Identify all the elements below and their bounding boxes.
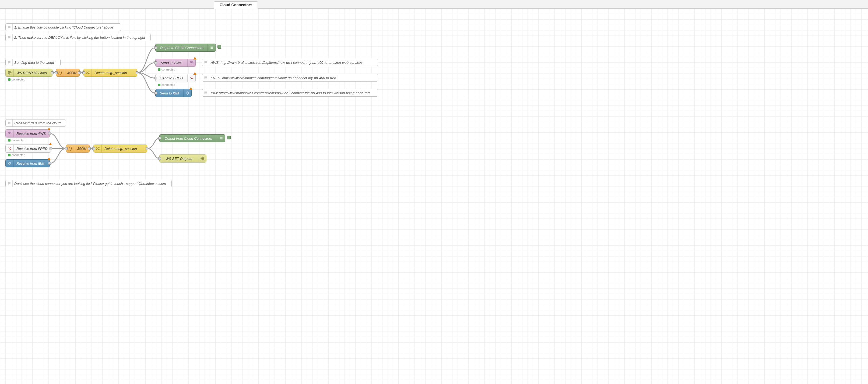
error-icon bbox=[193, 72, 196, 75]
node-ws-set-outputs[interactable]: WS SET Outputs bbox=[159, 155, 207, 163]
node-send-to-aws[interactable]: Send To AWS bbox=[155, 59, 196, 67]
input-port[interactable] bbox=[158, 157, 161, 160]
link-badge bbox=[227, 136, 231, 139]
input-port[interactable] bbox=[55, 71, 58, 74]
comment-node[interactable]: AWS: http://www.brainboxes.com/faq/items… bbox=[202, 59, 378, 66]
comment-text: Don't see the cloud connector you are lo… bbox=[13, 182, 169, 186]
node-link-in[interactable]: Output from Cloud Connectors bbox=[159, 134, 225, 142]
input-port[interactable] bbox=[65, 147, 67, 150]
node-label: Send to IBM bbox=[156, 91, 183, 95]
tab-bar: Cloud Connectors bbox=[0, 0, 868, 9]
tab-cloud-connectors[interactable]: Cloud Connectors bbox=[214, 1, 258, 9]
comment-node[interactable]: FRED: http://www.brainboxes.com/faq/item… bbox=[202, 74, 378, 82]
fred-icon bbox=[6, 145, 14, 152]
status-ws-read: connected bbox=[8, 78, 25, 81]
speech-bubble-icon bbox=[6, 24, 13, 31]
comment-node[interactable]: 2. Then make sure to DEPLOY this flow by… bbox=[5, 34, 151, 41]
status-dot-icon bbox=[158, 84, 160, 86]
node-ws-read-io-lines[interactable]: WS READ IO Lines bbox=[5, 69, 53, 77]
status-aws-out: connected bbox=[158, 68, 175, 71]
comment-text: Receiving data from the cloud bbox=[13, 121, 64, 125]
comment-text: FRED: http://www.brainboxes.com/faq/item… bbox=[209, 76, 339, 80]
error-icon bbox=[48, 157, 51, 160]
node-json-parse-2[interactable]: { } JSON bbox=[66, 145, 90, 153]
output-port[interactable] bbox=[48, 132, 51, 135]
node-receive-from-ibm[interactable]: Receive from IBM bbox=[5, 159, 50, 167]
node-receive-from-aws[interactable]: Receive from AWS bbox=[5, 129, 50, 137]
comment-text: IBM: http://www.brainboxes.com/faq/items… bbox=[209, 91, 373, 95]
output-port[interactable] bbox=[51, 71, 54, 74]
comment-node[interactable]: Sending data to the cloud bbox=[5, 59, 61, 66]
node-delete-session-2[interactable]: Delete msg._session bbox=[93, 145, 147, 153]
error-icon bbox=[193, 57, 196, 60]
output-port[interactable] bbox=[88, 147, 91, 150]
comment-text: 2. Then make sure to DEPLOY this flow by… bbox=[13, 35, 148, 39]
status-dot-icon bbox=[158, 68, 160, 71]
svg-rect-6 bbox=[187, 92, 188, 94]
status-fred-in: connected bbox=[8, 153, 25, 157]
status-dot-icon bbox=[8, 154, 10, 156]
input-port[interactable] bbox=[92, 147, 95, 150]
speech-bubble-icon bbox=[6, 59, 13, 66]
output-port[interactable] bbox=[136, 71, 138, 74]
error-icon bbox=[48, 128, 51, 130]
output-port[interactable] bbox=[146, 147, 148, 150]
speech-bubble-icon bbox=[6, 34, 13, 41]
speech-bubble-icon bbox=[6, 120, 13, 126]
comment-node[interactable]: Don't see the cloud connector you are lo… bbox=[5, 180, 172, 187]
node-send-to-ibm[interactable]: Send to IBM bbox=[155, 89, 192, 97]
node-label: Output from Cloud Connectors bbox=[160, 136, 217, 140]
node-link-out[interactable]: Output to Cloud Connectors bbox=[155, 43, 216, 52]
svg-point-8 bbox=[8, 148, 9, 148]
node-label: Send to FRED bbox=[156, 76, 187, 80]
node-json-parse-1[interactable]: { } JSON bbox=[56, 69, 80, 77]
node-label: JSON bbox=[74, 147, 89, 151]
input-port[interactable] bbox=[154, 61, 157, 64]
output-port[interactable] bbox=[78, 71, 81, 74]
svg-point-2 bbox=[190, 77, 191, 78]
link-badge bbox=[217, 45, 221, 49]
svg-point-4 bbox=[191, 78, 192, 79]
speech-bubble-icon bbox=[6, 180, 13, 187]
svg-rect-12 bbox=[9, 163, 10, 164]
svg-point-5 bbox=[192, 78, 193, 79]
node-delete-session-1[interactable]: Delete msg._session bbox=[84, 69, 137, 77]
svg-point-11 bbox=[10, 149, 11, 150]
node-label: WS READ IO Lines bbox=[14, 71, 52, 75]
output-port[interactable] bbox=[48, 162, 51, 165]
node-label: JSON bbox=[64, 71, 80, 75]
output-port[interactable] bbox=[50, 147, 52, 150]
node-label: Send To AWS bbox=[156, 61, 187, 65]
input-port[interactable] bbox=[154, 92, 157, 94]
node-label: Receive from AWS bbox=[14, 132, 50, 136]
input-port[interactable] bbox=[158, 137, 161, 140]
comment-text: Sending data to the cloud bbox=[13, 61, 57, 65]
fred-icon bbox=[187, 74, 195, 82]
input-port[interactable] bbox=[154, 77, 157, 79]
node-label: WS SET Outputs bbox=[160, 157, 198, 161]
comment-node[interactable]: 1. Enable this flow by double clicking "… bbox=[5, 24, 121, 31]
speech-bubble-icon bbox=[202, 59, 209, 66]
input-port[interactable] bbox=[154, 46, 157, 49]
signal-icon bbox=[187, 59, 195, 66]
error-icon bbox=[49, 142, 52, 145]
list-icon bbox=[208, 44, 216, 52]
comment-node[interactable]: IBM: http://www.brainboxes.com/faq/items… bbox=[202, 89, 378, 97]
node-send-to-fred[interactable]: Send to FRED bbox=[155, 74, 196, 82]
flow-canvas[interactable]: 1. Enable this flow by double clicking "… bbox=[0, 9, 868, 384]
link-color-icon bbox=[217, 45, 221, 49]
svg-point-7 bbox=[9, 133, 10, 134]
node-label: Receive from IBM bbox=[14, 161, 50, 165]
svg-point-3 bbox=[192, 77, 192, 77]
comment-text: AWS: http://www.brainboxes.com/faq/items… bbox=[209, 61, 366, 65]
status-dot-icon bbox=[8, 78, 10, 81]
node-receive-from-fred[interactable]: Receive from FRED bbox=[5, 145, 51, 153]
status-aws-in: connected bbox=[8, 138, 25, 142]
comment-node[interactable]: Receiving data from the cloud bbox=[5, 119, 66, 127]
chip-icon bbox=[6, 160, 14, 167]
svg-point-10 bbox=[9, 149, 10, 149]
node-label: Delete msg._session bbox=[102, 147, 147, 151]
input-port[interactable] bbox=[82, 71, 85, 74]
status-fred-out: connected bbox=[158, 83, 175, 86]
node-label: Output to Cloud Connectors bbox=[156, 46, 208, 50]
